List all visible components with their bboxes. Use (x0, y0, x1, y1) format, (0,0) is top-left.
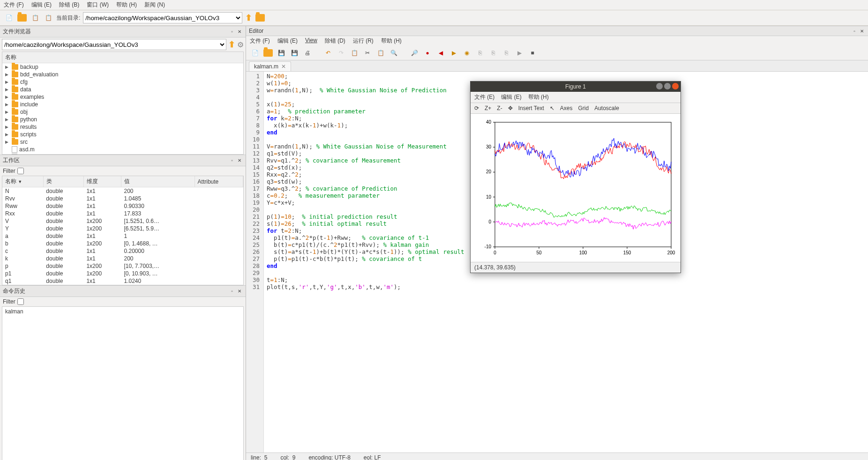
table-row[interactable]: cdouble1x10.20000 (2, 247, 243, 255)
tree-folder[interactable]: ▶bdd_evaluation (2, 71, 243, 78)
tree-folder[interactable]: ▶include (2, 101, 243, 108)
ws-col-header[interactable]: 名称 ▼ (2, 176, 43, 187)
menu-item[interactable]: 编辑 (E) (277, 37, 298, 45)
ws-col-header[interactable]: 维度 (83, 176, 121, 187)
close-panel-icon[interactable]: ✕ (859, 28, 865, 34)
menu-item[interactable]: 帮助 (H) (381, 37, 402, 45)
close-panel-icon[interactable]: ✕ (236, 288, 243, 295)
file-browser-settings-icon[interactable]: ⚙ (237, 40, 244, 49)
tree-folder[interactable]: ▶examples (2, 93, 243, 101)
file-tree[interactable]: 名称 ▶backup▶bdd_evaluation▶cfg▶data▶examp… (2, 52, 244, 155)
tree-folder[interactable]: ▶cfg (2, 78, 243, 86)
print-icon[interactable]: 🖨 (302, 48, 313, 58)
undo-icon[interactable]: ↶ (323, 48, 333, 58)
window-minimize-icon[interactable] (656, 83, 663, 89)
tree-col-name[interactable]: 名称 (2, 52, 243, 63)
table-row[interactable]: Vdouble1x200[1.5251, 0.6… (2, 217, 243, 225)
close-panel-icon[interactable]: ✕ (236, 29, 243, 35)
table-row[interactable]: p1double1x200[0, 10.903, … (2, 270, 243, 277)
browse-folder-icon[interactable] (255, 13, 265, 23)
autoscale-button[interactable]: Autoscale (594, 105, 619, 111)
menu-item[interactable]: 帮助 (H) (528, 93, 549, 101)
copy-icon[interactable]: 📋 (30, 13, 40, 23)
table-row[interactable]: pdouble1x200[10, 7.7003,… (2, 262, 243, 270)
table-row[interactable]: Ydouble1x200[6.5251, 5.9… (2, 225, 243, 232)
close-panel-icon[interactable]: ✕ (236, 157, 243, 164)
menu-item[interactable]: 帮助 (H) (116, 1, 137, 9)
tree-folder[interactable]: ▶backup (2, 63, 243, 71)
zoom-in-icon[interactable]: 🔎 (409, 48, 419, 58)
paste-icon[interactable]: 📋 (375, 48, 386, 58)
tree-folder[interactable]: ▶python (2, 116, 243, 123)
open-file-icon[interactable] (263, 48, 273, 58)
tab-kalman[interactable]: kalman.m ✕ (249, 61, 291, 71)
table-row[interactable]: q1double1x11.0240 (2, 277, 243, 285)
code-body[interactable]: N=200; w(1)=0; w=randn(1,N); % White Gau… (264, 72, 467, 453)
step-icon[interactable]: ⎘ (475, 48, 485, 58)
save-icon[interactable]: 💾 (276, 48, 286, 58)
workspace-table[interactable]: 名称 ▼类维度值AttributeNdouble1x1200Rvvdouble1… (2, 176, 244, 285)
menu-item[interactable]: 运行 (R) (353, 37, 374, 45)
window-close-icon[interactable] (672, 83, 679, 89)
redo-icon[interactable]: ↷ (336, 48, 346, 58)
undock-icon[interactable]: ▫ (851, 28, 858, 34)
filter-checkbox[interactable] (17, 298, 24, 305)
tab-close-icon[interactable]: ✕ (281, 63, 286, 70)
menu-item[interactable]: 新闻 (N) (144, 1, 165, 9)
figure-canvas[interactable]: 050100150200-10010203040 (471, 114, 681, 262)
axes-button[interactable]: Axes (560, 105, 573, 111)
menu-item[interactable]: 窗口 (W) (87, 1, 109, 9)
current-dir-select[interactable]: /home/caozilong/Workspace/Gaussian_YOLOv… (83, 12, 242, 23)
figure-window[interactable]: Figure 1 文件 (E)编辑 (E)帮助 (H) ⟳ Z+ Z- ✥ In… (470, 81, 681, 273)
breakpoint-clear-icon[interactable]: ◉ (462, 48, 472, 58)
menu-item[interactable]: 除错 (B) (59, 1, 79, 9)
ws-col-header[interactable]: 值 (121, 176, 195, 187)
tree-folder[interactable]: ▶data (2, 86, 243, 93)
history-item[interactable]: kalman (5, 308, 240, 315)
filter-checkbox[interactable] (17, 168, 24, 174)
save-all-icon[interactable]: 💾 (289, 48, 299, 58)
figure-titlebar[interactable]: Figure 1 (471, 82, 681, 92)
undock-icon[interactable]: ▫ (229, 288, 235, 295)
breakpoint-prev-icon[interactable]: ◀ (435, 48, 446, 58)
pointer-icon[interactable]: ↖ (550, 105, 554, 111)
step-out-icon[interactable]: ⎘ (501, 48, 511, 58)
ws-col-header[interactable]: Attribute (195, 176, 243, 187)
cut-icon[interactable]: ✂ (362, 48, 373, 58)
paste-icon[interactable]: 📋 (43, 13, 53, 23)
insert-text-button[interactable]: Insert Text (518, 105, 544, 111)
table-row[interactable]: Rxxdouble1x117.833 (2, 210, 243, 217)
undock-icon[interactable]: ▫ (229, 157, 235, 164)
table-row[interactable]: adouble1x11 (2, 232, 243, 240)
table-row[interactable]: kdouble1x1200 (2, 255, 243, 262)
run-icon[interactable]: ▶ (514, 48, 524, 58)
stop-icon[interactable]: ■ (527, 48, 538, 58)
tree-folder[interactable]: ▶results (2, 123, 243, 131)
undock-icon[interactable]: ▫ (229, 29, 235, 35)
menu-item[interactable]: 编辑 (E) (501, 93, 521, 101)
ws-col-header[interactable]: 类 (43, 176, 83, 187)
grid-button[interactable]: Grid (578, 105, 589, 111)
table-row[interactable]: bdouble1x200[0, 1.4688, … (2, 240, 243, 247)
record-icon[interactable]: ● (422, 48, 433, 58)
breakpoint-next-icon[interactable]: ▶ (449, 48, 459, 58)
find-icon[interactable]: 🔍 (389, 48, 399, 58)
rotate-icon[interactable]: ⟳ (474, 105, 479, 111)
tree-folder[interactable]: ▶src (2, 138, 243, 146)
tree-file[interactable]: asd.m (2, 146, 243, 153)
step-in-icon[interactable]: ⎘ (488, 48, 498, 58)
menu-item[interactable]: 文件 (F) (250, 37, 270, 45)
zoom-out-button[interactable]: Z- (497, 105, 502, 111)
menu-item[interactable]: 编辑 (E) (31, 1, 52, 9)
menu-item[interactable]: View (305, 37, 317, 45)
tree-folder[interactable]: ▶obj (2, 108, 243, 116)
new-file-icon[interactable]: 📄 (250, 48, 260, 58)
file-browser-path[interactable]: /home/caozilong/Workspace/Gaussian_YOLOv… (2, 39, 226, 50)
table-row[interactable]: Rwwdouble1x10.90330 (2, 202, 243, 210)
copy-icon[interactable]: 📋 (349, 48, 359, 58)
history-body[interactable]: kalman (2, 306, 244, 460)
pan-icon[interactable]: ✥ (508, 105, 513, 111)
open-folder-icon[interactable] (17, 13, 27, 23)
menu-item[interactable]: 文件 (F) (4, 1, 24, 9)
parent-dir-icon[interactable]: ⬆ (245, 13, 252, 23)
